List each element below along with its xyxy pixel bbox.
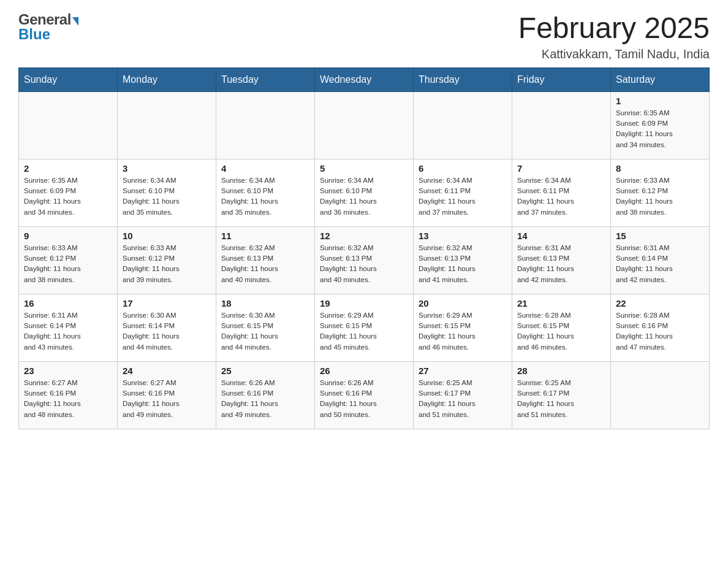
day-cell: 17Sunrise: 6:30 AMSunset: 6:14 PMDayligh… xyxy=(118,294,216,361)
day-info: Sunrise: 6:33 AMSunset: 6:12 PMDaylight:… xyxy=(123,243,211,285)
day-info: Sunrise: 6:27 AMSunset: 6:16 PMDaylight:… xyxy=(24,378,112,420)
day-cell: 16Sunrise: 6:31 AMSunset: 6:14 PMDayligh… xyxy=(19,294,118,361)
logo-general-text: General xyxy=(18,12,71,27)
day-info: Sunrise: 6:34 AMSunset: 6:10 PMDaylight:… xyxy=(221,175,309,218)
day-number: 8 xyxy=(616,163,704,174)
day-info: Sunrise: 6:33 AMSunset: 6:12 PMDaylight:… xyxy=(24,243,112,285)
day-number: 15 xyxy=(616,231,704,241)
logo-blue-text: Blue xyxy=(18,27,78,42)
day-info: Sunrise: 6:34 AMSunset: 6:10 PMDaylight:… xyxy=(123,175,211,218)
day-number: 22 xyxy=(616,298,704,308)
day-cell: 13Sunrise: 6:32 AMSunset: 6:13 PMDayligh… xyxy=(414,226,512,294)
day-cell: 5Sunrise: 6:34 AMSunset: 6:10 PMDaylight… xyxy=(315,159,414,226)
day-info: Sunrise: 6:34 AMSunset: 6:11 PMDaylight:… xyxy=(419,175,507,218)
day-info: Sunrise: 6:32 AMSunset: 6:13 PMDaylight:… xyxy=(221,243,309,285)
day-info: Sunrise: 6:33 AMSunset: 6:12 PMDaylight:… xyxy=(616,175,704,218)
day-cell xyxy=(315,91,414,159)
weekday-header-wednesday: Wednesday xyxy=(315,67,414,91)
calendar-table: SundayMondayTuesdayWednesdayThursdayFrid… xyxy=(18,67,710,429)
weekday-header-thursday: Thursday xyxy=(414,67,512,91)
day-cell: 12Sunrise: 6:32 AMSunset: 6:13 PMDayligh… xyxy=(315,226,414,294)
day-number: 20 xyxy=(419,298,507,308)
day-info: Sunrise: 6:27 AMSunset: 6:16 PMDaylight:… xyxy=(123,378,211,420)
week-row-2: 2Sunrise: 6:35 AMSunset: 6:09 PMDaylight… xyxy=(19,159,710,226)
week-row-4: 16Sunrise: 6:31 AMSunset: 6:14 PMDayligh… xyxy=(19,294,710,361)
day-cell: 14Sunrise: 6:31 AMSunset: 6:13 PMDayligh… xyxy=(512,226,611,294)
day-number: 11 xyxy=(221,231,309,241)
day-cell: 18Sunrise: 6:30 AMSunset: 6:15 PMDayligh… xyxy=(216,294,315,361)
day-cell: 26Sunrise: 6:26 AMSunset: 6:16 PMDayligh… xyxy=(315,361,414,429)
day-number: 28 xyxy=(517,366,605,376)
day-cell: 9Sunrise: 6:33 AMSunset: 6:12 PMDaylight… xyxy=(19,226,118,294)
day-info: Sunrise: 6:34 AMSunset: 6:11 PMDaylight:… xyxy=(517,175,605,218)
day-info: Sunrise: 6:31 AMSunset: 6:14 PMDaylight:… xyxy=(616,243,704,285)
day-number: 3 xyxy=(123,163,211,174)
day-cell: 27Sunrise: 6:25 AMSunset: 6:17 PMDayligh… xyxy=(414,361,512,429)
day-info: Sunrise: 6:35 AMSunset: 6:09 PMDaylight:… xyxy=(616,108,704,150)
day-number: 16 xyxy=(24,298,112,308)
day-number: 4 xyxy=(221,163,309,174)
day-number: 26 xyxy=(320,366,408,376)
weekday-header-friday: Friday xyxy=(512,67,611,91)
day-info: Sunrise: 6:31 AMSunset: 6:13 PMDaylight:… xyxy=(517,243,605,285)
day-cell: 23Sunrise: 6:27 AMSunset: 6:16 PMDayligh… xyxy=(19,361,118,429)
day-info: Sunrise: 6:29 AMSunset: 6:15 PMDaylight:… xyxy=(320,310,408,353)
day-cell: 21Sunrise: 6:28 AMSunset: 6:15 PMDayligh… xyxy=(512,294,611,361)
day-info: Sunrise: 6:25 AMSunset: 6:17 PMDaylight:… xyxy=(419,378,507,420)
day-number: 5 xyxy=(320,163,408,174)
week-row-1: 1Sunrise: 6:35 AMSunset: 6:09 PMDaylight… xyxy=(19,91,710,159)
weekday-header-tuesday: Tuesday xyxy=(216,67,315,91)
day-info: Sunrise: 6:31 AMSunset: 6:14 PMDaylight:… xyxy=(24,310,112,353)
title-section: February 2025 Kattivakkam, Tamil Nadu, I… xyxy=(518,12,710,61)
day-info: Sunrise: 6:25 AMSunset: 6:17 PMDaylight:… xyxy=(517,378,605,420)
week-row-3: 9Sunrise: 6:33 AMSunset: 6:12 PMDaylight… xyxy=(19,226,710,294)
day-cell: 8Sunrise: 6:33 AMSunset: 6:12 PMDaylight… xyxy=(611,159,710,226)
day-cell xyxy=(512,91,611,159)
day-number: 21 xyxy=(517,298,605,308)
day-info: Sunrise: 6:26 AMSunset: 6:16 PMDaylight:… xyxy=(320,378,408,420)
weekday-header-saturday: Saturday xyxy=(611,67,710,91)
weekday-header-sunday: Sunday xyxy=(19,67,118,91)
day-cell: 15Sunrise: 6:31 AMSunset: 6:14 PMDayligh… xyxy=(611,226,710,294)
day-cell xyxy=(216,91,315,159)
day-info: Sunrise: 6:35 AMSunset: 6:09 PMDaylight:… xyxy=(24,175,112,218)
day-cell xyxy=(611,361,710,429)
day-cell: 24Sunrise: 6:27 AMSunset: 6:16 PMDayligh… xyxy=(118,361,216,429)
day-number: 17 xyxy=(123,298,211,308)
day-cell: 28Sunrise: 6:25 AMSunset: 6:17 PMDayligh… xyxy=(512,361,611,429)
day-info: Sunrise: 6:30 AMSunset: 6:15 PMDaylight:… xyxy=(221,310,309,353)
day-number: 6 xyxy=(419,163,507,174)
day-cell xyxy=(414,91,512,159)
day-cell: 20Sunrise: 6:29 AMSunset: 6:15 PMDayligh… xyxy=(414,294,512,361)
weekday-header-row: SundayMondayTuesdayWednesdayThursdayFrid… xyxy=(19,67,710,91)
day-number: 24 xyxy=(123,366,211,376)
day-number: 13 xyxy=(419,231,507,241)
day-number: 10 xyxy=(123,231,211,241)
day-number: 1 xyxy=(616,96,704,106)
week-row-5: 23Sunrise: 6:27 AMSunset: 6:16 PMDayligh… xyxy=(19,361,710,429)
day-number: 14 xyxy=(517,231,605,241)
day-info: Sunrise: 6:26 AMSunset: 6:16 PMDaylight:… xyxy=(221,378,309,420)
day-info: Sunrise: 6:34 AMSunset: 6:10 PMDaylight:… xyxy=(320,175,408,218)
day-number: 18 xyxy=(221,298,309,308)
day-cell: 11Sunrise: 6:32 AMSunset: 6:13 PMDayligh… xyxy=(216,226,315,294)
day-info: Sunrise: 6:30 AMSunset: 6:14 PMDaylight:… xyxy=(123,310,211,353)
day-number: 7 xyxy=(517,163,605,174)
day-number: 9 xyxy=(24,231,112,241)
day-number: 25 xyxy=(221,366,309,376)
day-cell: 19Sunrise: 6:29 AMSunset: 6:15 PMDayligh… xyxy=(315,294,414,361)
day-cell: 4Sunrise: 6:34 AMSunset: 6:10 PMDaylight… xyxy=(216,159,315,226)
day-number: 2 xyxy=(24,163,112,174)
day-info: Sunrise: 6:29 AMSunset: 6:15 PMDaylight:… xyxy=(419,310,507,353)
day-info: Sunrise: 6:32 AMSunset: 6:13 PMDaylight:… xyxy=(320,243,408,285)
day-number: 23 xyxy=(24,366,112,376)
page-header: General Blue February 2025 Kattivakkam, … xyxy=(18,12,710,61)
calendar-title: February 2025 xyxy=(518,12,710,45)
logo-arrow-icon xyxy=(72,17,78,26)
calendar-subtitle: Kattivakkam, Tamil Nadu, India xyxy=(518,47,710,61)
day-cell: 3Sunrise: 6:34 AMSunset: 6:10 PMDaylight… xyxy=(118,159,216,226)
day-number: 27 xyxy=(419,366,507,376)
day-cell: 22Sunrise: 6:28 AMSunset: 6:16 PMDayligh… xyxy=(611,294,710,361)
day-cell: 10Sunrise: 6:33 AMSunset: 6:12 PMDayligh… xyxy=(118,226,216,294)
day-info: Sunrise: 6:28 AMSunset: 6:16 PMDaylight:… xyxy=(616,310,704,353)
